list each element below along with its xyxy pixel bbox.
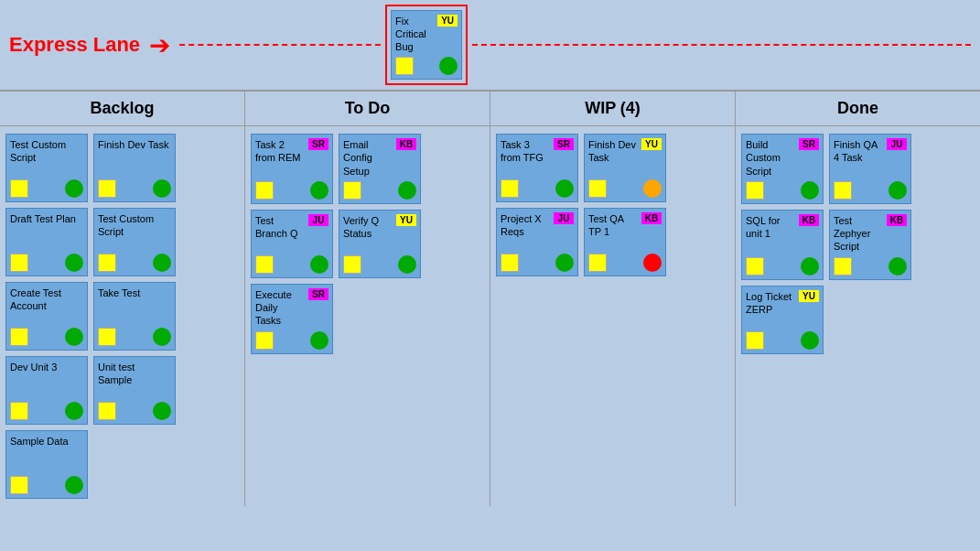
card-title: Finish QA 4 Task [834, 138, 884, 165]
column-3: Build Custom ScriptSRFinish QA 4 TaskJUS… [736, 126, 980, 506]
col-header-backlog: Backlog [0, 92, 245, 125]
card[interactable]: Task 2 from REMSR [251, 134, 333, 204]
card-badge: YU [641, 138, 662, 150]
card-top: Sample Data [10, 435, 83, 448]
card-square [98, 402, 116, 420]
express-card[interactable]: Fix Critical Bug YU [391, 10, 462, 81]
card-bottom [98, 402, 171, 420]
card-bottom [10, 402, 83, 420]
card[interactable]: Test Custom Script [93, 208, 176, 276]
card-circle [153, 179, 171, 198]
card-circle [65, 179, 83, 198]
card[interactable]: SQL for unit 1KB [741, 210, 824, 280]
card-circle [643, 254, 662, 272]
card-square [10, 328, 28, 346]
card-top: Task 2 from REMSR [255, 138, 328, 165]
card-top: Test Custom Script [98, 212, 171, 239]
card-title: Task 3 from TFG [501, 138, 551, 165]
card-square [746, 181, 764, 200]
card[interactable]: Dev Unit 3 [5, 356, 88, 425]
card[interactable]: Task 3 from TFGSR [496, 134, 578, 202]
card[interactable]: Create Test Account [5, 282, 88, 351]
card-bottom [255, 255, 328, 274]
card-circle [310, 181, 328, 200]
card[interactable]: Test Custom Script [5, 134, 88, 202]
card-top: Project X ReqsJU [501, 212, 574, 239]
card-circle [310, 255, 328, 274]
card-badge: JU [887, 138, 907, 150]
card-bottom [746, 257, 819, 276]
card-title: Finish Dev Task [588, 138, 639, 165]
card[interactable]: Build Custom ScriptSR [741, 134, 824, 204]
card-title: Take Test [98, 286, 171, 299]
card-title: Finish Dev Task [98, 138, 171, 151]
card-title: Verify Q Status [343, 214, 393, 241]
card-badge: JU [554, 212, 574, 224]
card[interactable]: Finish Dev Task [93, 134, 176, 202]
card-bottom [10, 328, 83, 346]
express-card-circle [439, 57, 458, 75]
card[interactable]: Test QA TP 1KB [584, 208, 666, 276]
card-square [501, 254, 519, 272]
card-title: Draft Test Plan [10, 212, 83, 225]
card-square [98, 254, 116, 272]
card-top: Create Test Account [10, 286, 83, 313]
card-top: Task 3 from TFGSR [501, 138, 574, 165]
card-title: Log Ticket ZERP [746, 290, 796, 317]
card-circle [310, 331, 328, 350]
card[interactable]: Test Zephyer ScriptKB [829, 210, 911, 280]
column-2: Task 3 from TFGSRFinish Dev TaskYUProjec… [490, 126, 736, 506]
card[interactable]: Verify Q StatusYU [339, 210, 421, 278]
express-lane: Express Lane ➔ Fix Critical Bug YU [0, 0, 980, 92]
card-title: Test Branch Q [255, 214, 306, 241]
card-bottom [10, 179, 83, 198]
card[interactable]: Finish QA 4 TaskJU [829, 134, 911, 204]
card-circle [398, 181, 416, 200]
card-square [98, 328, 116, 346]
card[interactable]: Sample Data [5, 430, 88, 499]
col-header-todo: To Do [245, 92, 490, 125]
card-circle [801, 331, 819, 350]
card-bottom [10, 254, 83, 272]
card[interactable]: Email Config SetupKB [339, 134, 421, 204]
card-title: Email Config Setup [343, 138, 393, 178]
card-square [255, 255, 274, 274]
express-card-title: Fix Critical Bug [395, 15, 435, 54]
card-circle [888, 257, 907, 276]
card-title: Test Custom Script [10, 138, 83, 165]
card[interactable]: Take Test [93, 282, 176, 351]
card-top: Unit test Sample [98, 361, 171, 387]
card[interactable]: Log Ticket ZERPYU [741, 286, 824, 354]
card[interactable]: Test Branch QJU [251, 210, 333, 278]
card[interactable]: Draft Test Plan [5, 208, 88, 276]
card-square [98, 179, 116, 198]
card-top: Draft Test Plan [10, 212, 83, 225]
card-bottom [588, 254, 662, 272]
col-header-wip: WIP (4) [490, 92, 736, 125]
card-bottom [834, 257, 907, 276]
card-bottom [98, 179, 171, 198]
card-title: Unit test Sample [98, 361, 171, 387]
card-circle [801, 257, 819, 276]
card-top: Execute Daily TasksSR [255, 288, 328, 328]
card[interactable]: Finish Dev TaskYU [584, 134, 666, 202]
col-header-row: Backlog To Do WIP (4) Done [0, 92, 980, 126]
card-top: Email Config SetupKB [343, 138, 416, 178]
card[interactable]: Project X ReqsJU [496, 208, 578, 276]
card-bottom [501, 179, 574, 198]
card[interactable]: Execute Daily TasksSR [251, 284, 333, 354]
col-header-done: Done [736, 92, 980, 125]
card-title: Dev Unit 3 [10, 361, 83, 373]
column-0: Test Custom ScriptFinish Dev TaskDraft T… [0, 126, 245, 506]
card-top: Test QA TP 1KB [588, 212, 662, 239]
card-circle [555, 254, 574, 272]
card-title: Create Test Account [10, 286, 83, 313]
card-bottom [255, 331, 328, 350]
card-bottom [255, 181, 328, 200]
card[interactable]: Unit test Sample [93, 356, 176, 425]
card-badge: JU [308, 214, 328, 226]
card-badge: YU [799, 290, 819, 302]
card-square [255, 331, 274, 350]
card-bottom [98, 254, 171, 272]
card-title: Test QA TP 1 [588, 212, 639, 239]
